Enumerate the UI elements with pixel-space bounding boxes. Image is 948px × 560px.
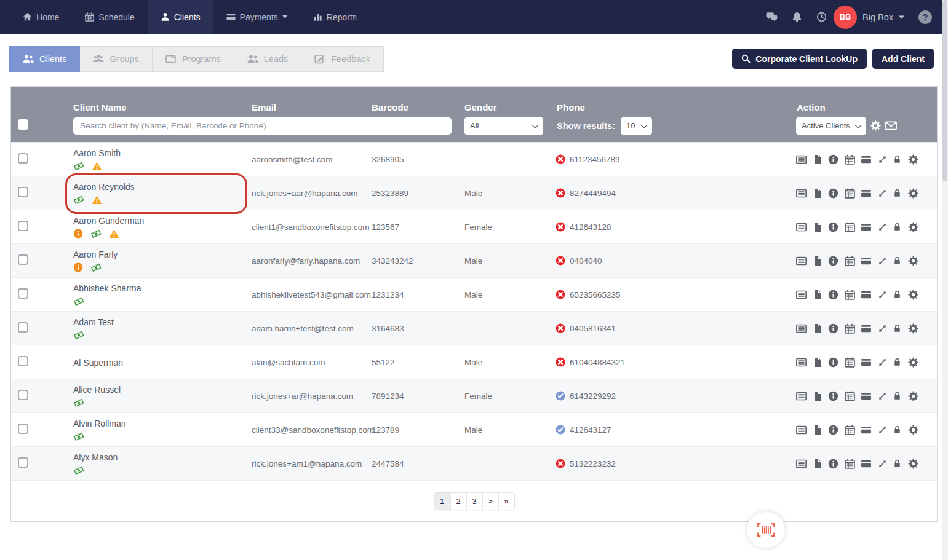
page-button-1[interactable]: 1 [434, 493, 450, 510]
row-checkbox[interactable] [18, 288, 28, 299]
transfer-arrows-icon[interactable] [878, 324, 887, 333]
notes-icon[interactable] [796, 154, 807, 165]
page-last-button[interactable]: » [498, 493, 514, 510]
file-icon[interactable] [813, 154, 823, 165]
calendar-icon[interactable] [845, 290, 855, 300]
file-icon[interactable] [813, 357, 823, 368]
client-name-link[interactable]: Abhishek Sharma [73, 283, 252, 293]
settings-gear-icon[interactable] [870, 120, 881, 131]
notes-icon[interactable] [796, 323, 807, 334]
transfer-arrows-icon[interactable] [878, 358, 887, 367]
transfer-arrows-icon[interactable] [878, 459, 887, 468]
gear-icon[interactable] [908, 357, 918, 368]
gear-icon[interactable] [908, 425, 918, 435]
nav-item-home[interactable]: Home [10, 0, 72, 34]
gear-icon[interactable] [908, 290, 918, 300]
info-icon[interactable] [828, 222, 838, 232]
credit-card-icon[interactable] [861, 391, 872, 401]
client-name-link[interactable]: Aaron Farly [73, 250, 252, 259]
calendar-icon[interactable] [845, 357, 855, 368]
notes-icon[interactable] [796, 188, 807, 199]
lock-icon[interactable] [893, 459, 902, 468]
lock-icon[interactable] [893, 290, 902, 299]
lock-icon[interactable] [893, 222, 902, 232]
cash-badge-icon[interactable] [73, 465, 84, 476]
file-icon[interactable] [813, 425, 823, 435]
info-icon[interactable] [828, 391, 838, 401]
chat-icon[interactable] [766, 12, 778, 22]
lock-icon[interactable] [893, 425, 902, 435]
client-name-link[interactable]: Al Superman [73, 358, 252, 368]
lock-icon[interactable] [893, 391, 902, 401]
client-name-link[interactable]: Alyx Mason [73, 452, 252, 462]
gear-icon[interactable] [908, 188, 918, 199]
row-checkbox[interactable] [18, 187, 28, 197]
nav-item-clients[interactable]: Clients [148, 0, 213, 34]
calendar-icon[interactable] [845, 222, 855, 232]
warning-badge-icon[interactable] [92, 195, 102, 205]
warning-badge-icon[interactable] [92, 161, 102, 172]
clock-icon[interactable] [816, 12, 827, 22]
cash-badge-icon[interactable] [73, 160, 84, 172]
tab-leads[interactable]: Leads [234, 46, 302, 72]
info-icon[interactable] [828, 459, 838, 469]
calendar-icon[interactable] [845, 391, 855, 401]
info-icon[interactable] [828, 290, 838, 300]
client-name-link[interactable]: Adam Test [73, 317, 252, 327]
notes-icon[interactable] [796, 290, 807, 300]
client-name-link[interactable]: Aaron Smith [73, 148, 252, 158]
row-checkbox[interactable] [18, 356, 28, 366]
credit-card-icon[interactable] [861, 154, 872, 165]
credit-card-icon[interactable] [861, 188, 872, 199]
calendar-icon[interactable] [845, 425, 855, 435]
user-menu[interactable]: BB Big Box [834, 6, 904, 29]
file-icon[interactable] [813, 290, 823, 300]
credit-card-icon[interactable] [861, 222, 872, 232]
transfer-arrows-icon[interactable] [878, 425, 887, 435]
transfer-arrows-icon[interactable] [878, 290, 887, 299]
client-status-filter-select[interactable]: Active Clients [796, 117, 866, 135]
nav-item-payments[interactable]: Payments [213, 0, 300, 34]
notes-icon[interactable] [796, 256, 807, 266]
file-icon[interactable] [813, 222, 823, 232]
transfer-arrows-icon[interactable] [878, 256, 887, 266]
corporate-client-lookup-button[interactable]: Corporate Client LookUp [732, 49, 867, 69]
notes-icon[interactable] [796, 459, 807, 469]
client-name-link[interactable]: Aaron Gunderman [73, 216, 252, 226]
calendar-icon[interactable] [845, 323, 855, 334]
tab-clients[interactable]: Clients [9, 46, 80, 72]
file-icon[interactable] [813, 323, 823, 334]
nav-item-reports[interactable]: Reports [300, 0, 370, 34]
calendar-icon[interactable] [845, 459, 855, 469]
scrollbar[interactable] [942, 0, 948, 560]
row-checkbox[interactable] [18, 424, 28, 434]
credit-card-icon[interactable] [861, 323, 872, 334]
calendar-icon[interactable] [845, 188, 855, 199]
avatar[interactable]: BB [834, 6, 857, 29]
page-next-button[interactable]: > [482, 493, 498, 510]
warning-badge-icon[interactable] [109, 229, 119, 239]
show-results-select[interactable]: 10 [621, 117, 652, 135]
calendar-icon[interactable] [845, 256, 855, 266]
page-button-2[interactable]: 2 [450, 493, 466, 510]
info-icon[interactable] [828, 256, 838, 266]
cash-badge-icon[interactable] [90, 228, 102, 239]
credit-card-icon[interactable] [861, 459, 872, 469]
credit-card-icon[interactable] [861, 256, 872, 266]
gear-icon[interactable] [908, 256, 918, 266]
info-badge-icon[interactable] [73, 262, 83, 272]
info-icon[interactable] [828, 188, 838, 199]
gender-filter-select[interactable]: All [464, 117, 543, 135]
file-icon[interactable] [813, 188, 823, 199]
client-name-link[interactable]: Aaron Reynolds [73, 182, 252, 192]
row-checkbox[interactable] [18, 322, 28, 333]
gear-icon[interactable] [908, 391, 918, 401]
nav-item-schedule[interactable]: Schedule [72, 0, 147, 34]
calendar-icon[interactable] [845, 154, 855, 165]
cash-badge-icon[interactable] [73, 194, 84, 205]
page-button-3[interactable]: 3 [466, 493, 482, 510]
info-badge-icon[interactable] [73, 229, 83, 239]
cash-badge-icon[interactable] [73, 329, 84, 341]
info-icon[interactable] [828, 425, 838, 435]
gear-icon[interactable] [908, 323, 918, 334]
